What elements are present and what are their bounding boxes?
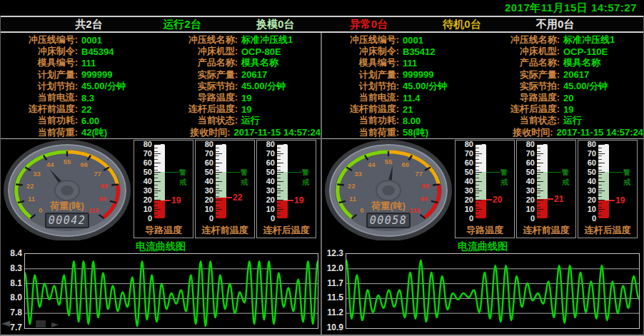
info-value: 20 — [563, 93, 573, 103]
gauge-row: 0112233445566778899110荷重(吨)00058 8070605… — [322, 139, 643, 240]
y-axis-tick-label: 7.7 — [2, 322, 22, 332]
thermo-value: 19 — [615, 196, 625, 205]
gauge-tick-label: 55 — [385, 158, 393, 166]
y-axis-tick-label: 7.8 — [2, 307, 22, 317]
gauge-tick-label: 22 — [348, 182, 356, 190]
info-value: 6.00 — [81, 116, 99, 126]
thermo-scale-label: 0 — [257, 214, 275, 223]
status-item-3: 异常0台 — [322, 17, 416, 31]
info-row: 当前状态:运行 — [161, 115, 321, 126]
thermometers: 80706050403020100警戒20导路温度807060504030201… — [455, 139, 638, 240]
info-column-right: 冲压线名称:标准冲压线1冲床机型:OCP-110E产品名称:模具名称实际产量:2… — [483, 34, 643, 138]
info-value: 模具名称 — [241, 56, 278, 69]
info-value: OCP-110E — [563, 46, 608, 57]
info-value: 45.00/分钟 — [563, 80, 608, 93]
thermo-ticks — [154, 144, 161, 218]
thermo-scale-label: 40 — [578, 177, 596, 185]
current-chart: 8.48.38.18.07.87.7 — [1, 252, 321, 335]
thermo-scale-label: 50 — [517, 168, 535, 176]
thermo-scale-label: 60 — [196, 158, 213, 167]
info-value: 运行 — [241, 114, 260, 127]
gauge-tick-label: 66 — [81, 161, 89, 168]
gauge-tick-label: 77 — [94, 170, 101, 178]
info-value: 111 — [403, 58, 417, 68]
thermo-value-marker — [226, 197, 232, 198]
thermo-scale-label: 10 — [456, 205, 473, 213]
thermo-label: 连杆前温度 — [517, 224, 575, 237]
gauge-tick-label: 88 — [101, 182, 109, 190]
info-row: 当前电流:11.4 — [322, 92, 483, 103]
thermo-scale-label: 50 — [134, 168, 152, 176]
chart-title: 电流曲线图 — [1, 240, 321, 252]
gauge-tick-label: 55 — [64, 158, 71, 166]
status-item-2: 换模0台 — [228, 17, 322, 31]
gauge-tick-label: 0 — [360, 206, 363, 214]
thermo-scale-label: 20 — [578, 195, 596, 204]
info-row: 接收时间:2017-11-15 14:57:24 — [483, 127, 643, 138]
gauge-tick-label: 77 — [415, 170, 423, 178]
thermo-scale-label: 70 — [456, 149, 473, 158]
gauge-tick-label: 0 — [39, 206, 42, 214]
info-value: 0001 — [81, 35, 102, 46]
status-item-1: 运行2台 — [136, 17, 229, 31]
y-axis-tick-label: 11.2 — [323, 307, 343, 317]
thermo-scale-label: 80 — [257, 140, 275, 148]
gauge-tick-label: 99 — [421, 195, 428, 203]
info-row: 当前功耗:6.00 — [1, 115, 161, 126]
thermo-scale-label: 0 — [134, 214, 152, 223]
info-row: 当前状态:运行 — [483, 115, 643, 126]
info-row: 实际节拍:45.00/分钟 — [483, 81, 643, 92]
y-axis-tick-label: 10.9 — [323, 322, 343, 332]
info-value: 0001 — [403, 35, 423, 46]
thermo-scale-label: 30 — [578, 186, 596, 195]
info-value: 21 — [403, 104, 413, 115]
info-row: 计划产量:999999 — [322, 69, 483, 81]
info-row: 冲压线名称:标准冲压线1 — [483, 34, 643, 46]
warn-threshold-line — [609, 172, 623, 173]
thermo-scale-label: 0 — [456, 214, 473, 223]
thermo-scale-label: 40 — [196, 177, 213, 185]
gauge-hub-center — [382, 185, 395, 195]
info-value: 2017-11-15 14:57:24 — [557, 127, 643, 138]
y-axis-tick-label: 12.3 — [323, 248, 343, 258]
thermo-scale-label: 60 — [517, 158, 535, 167]
thermo-label: 导路温度 — [134, 224, 193, 237]
thermo-scale-label: 50 — [456, 168, 473, 176]
info-value: 20617 — [563, 69, 589, 80]
thermo-scale-label: 60 — [578, 158, 596, 167]
gauge-tick-label: 110 — [88, 206, 99, 214]
thermo-scale-label: 40 — [134, 177, 152, 185]
thermo-scale-label: 80 — [517, 140, 535, 148]
thermo-scale-label: 10 — [517, 205, 535, 213]
gauge-tick-label: 99 — [99, 195, 107, 203]
thermo-scale-label: 20 — [517, 195, 535, 204]
info-value: 标准冲压线1 — [563, 34, 615, 46]
datetime-display: 2017年11月15日 14:57:27 — [505, 1, 637, 15]
thermo-label: 连杆后温度 — [578, 224, 637, 237]
thermo-scale-label: 60 — [456, 158, 473, 167]
info-value: 19 — [563, 104, 573, 115]
info-row: 导路温度:19 — [161, 92, 321, 103]
gauge-tick — [16, 184, 23, 185]
thermo-scale-label: 20 — [196, 195, 213, 204]
info-panel: 冲压线编号:0001冲床制令:B45394模具编号:111计划产量:999999… — [1, 33, 321, 139]
thermometer: 80706050403020100警戒19连杆后温度 — [256, 140, 316, 238]
y-axis-tick-label: 8.1 — [2, 278, 22, 288]
info-row: 计划产量:999999 — [1, 69, 161, 81]
info-row: 产品名称:模具名称 — [161, 57, 321, 68]
info-column-left: 冲压线编号:0001冲床制令:B45394模具编号:111计划产量:999999… — [1, 34, 161, 138]
thermo-scale-label: 50 — [578, 168, 596, 176]
gauge-tick-label: 11 — [28, 195, 36, 203]
thermo-value-marker — [165, 200, 171, 201]
thermo-scale-label: 40 — [456, 177, 473, 185]
info-value: 8.00 — [403, 116, 421, 126]
thermometer: 80706050403020100警戒21连杆前温度 — [516, 140, 576, 238]
thermo-scale-label: 70 — [517, 149, 535, 158]
info-value: B35412 — [403, 46, 436, 57]
thermo-scale-label: 70 — [257, 149, 275, 158]
machine-panel-1: 冲压线编号:0001冲床制令:B45394模具编号:111计划产量:999999… — [1, 33, 322, 335]
warn-threshold-label: 警戒 — [562, 168, 575, 188]
chart-plot-area — [24, 253, 318, 329]
gauge-readout-value: 00042 — [49, 214, 86, 227]
warn-threshold-line — [165, 172, 178, 173]
